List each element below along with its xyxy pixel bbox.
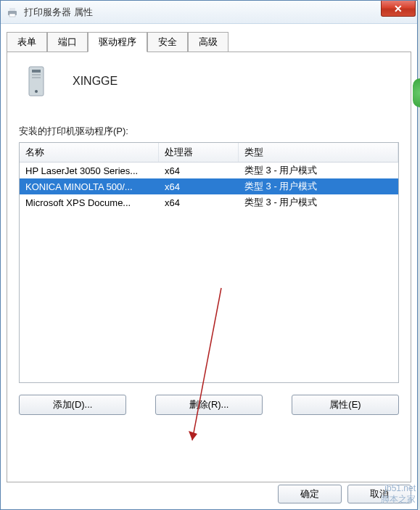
window-title: 打印服务器 属性 (24, 6, 417, 19)
title-bar: 打印服务器 属性 ✕ (1, 1, 417, 24)
tab-drivers[interactable]: 驱动程序 (88, 32, 147, 52)
column-header-processor[interactable]: 处理器 (159, 143, 239, 162)
driver-listview[interactable]: 名称 处理器 类型 HP LaserJet 3050 Series... x64… (19, 142, 399, 383)
cell-processor: x64 (159, 165, 239, 176)
svg-rect-2 (9, 14, 15, 17)
tab-advanced[interactable]: 高级 (188, 32, 228, 52)
svg-rect-6 (32, 77, 41, 78)
list-row[interactable]: Microsoft XPS Docume... x64 类型 3 - 用户模式 (20, 194, 398, 210)
server-name: XINGGE (73, 75, 118, 88)
listview-body: HP LaserJet 3050 Series... x64 类型 3 - 用户… (20, 163, 398, 210)
client-area: 表单 端口 驱动程序 安全 高级 XINGGE 安装的打印机驱动程序(P): 名… (1, 24, 417, 488)
column-header-name[interactable]: 名称 (20, 143, 159, 162)
list-row[interactable]: KONICA MINOLTA 500/... x64 类型 3 - 用户模式 (20, 178, 398, 194)
remove-button[interactable]: 删除(R)... (155, 395, 263, 415)
cell-type: 类型 3 - 用户模式 (239, 180, 398, 193)
cell-processor: x64 (159, 181, 239, 192)
cell-name: HP LaserJet 3050 Series... (20, 165, 159, 176)
tab-pane-drivers: XINGGE 安装的打印机驱动程序(P): 名称 处理器 类型 HP Laser… (7, 52, 411, 482)
printer-icon (7, 7, 18, 18)
cell-type: 类型 3 - 用户模式 (239, 164, 398, 177)
cancel-button[interactable]: 取消 (347, 485, 411, 503)
listview-header: 名称 处理器 类型 (20, 143, 398, 163)
svg-marker-9 (189, 431, 197, 440)
dialog-window: 打印服务器 属性 ✕ 表单 端口 驱动程序 安全 高级 XINGGE 安装的打印… (0, 0, 418, 510)
background-decoration (413, 78, 420, 107)
cell-name: Microsoft XPS Docume... (20, 197, 159, 208)
close-button[interactable]: ✕ (381, 1, 416, 17)
svg-rect-4 (32, 70, 41, 73)
server-info-row: XINGGE (19, 65, 399, 97)
properties-button[interactable]: 属性(E) (292, 395, 399, 415)
server-icon (25, 65, 51, 97)
close-icon: ✕ (394, 3, 403, 15)
tab-security[interactable]: 安全 (147, 32, 188, 52)
dialog-footer: 确定 取消 (278, 485, 411, 503)
svg-rect-1 (9, 8, 15, 11)
tab-forms[interactable]: 表单 (7, 32, 47, 52)
column-header-type[interactable]: 类型 (239, 143, 398, 162)
add-button[interactable]: 添加(D)... (19, 395, 126, 415)
list-caption: 安装的打印机驱动程序(P): (19, 125, 399, 138)
cell-processor: x64 (159, 197, 239, 208)
tab-bar: 表单 端口 驱动程序 安全 高级 (7, 31, 411, 52)
button-row: 添加(D)... 删除(R)... 属性(E) (19, 395, 399, 415)
cell-name: KONICA MINOLTA 500/... (20, 181, 159, 192)
ok-button[interactable]: 确定 (278, 485, 342, 503)
list-row[interactable]: HP LaserJet 3050 Series... x64 类型 3 - 用户… (20, 163, 398, 178)
cell-type: 类型 3 - 用户模式 (239, 196, 398, 209)
svg-point-7 (35, 90, 38, 93)
svg-rect-5 (32, 74, 41, 75)
tab-ports[interactable]: 端口 (47, 32, 88, 52)
